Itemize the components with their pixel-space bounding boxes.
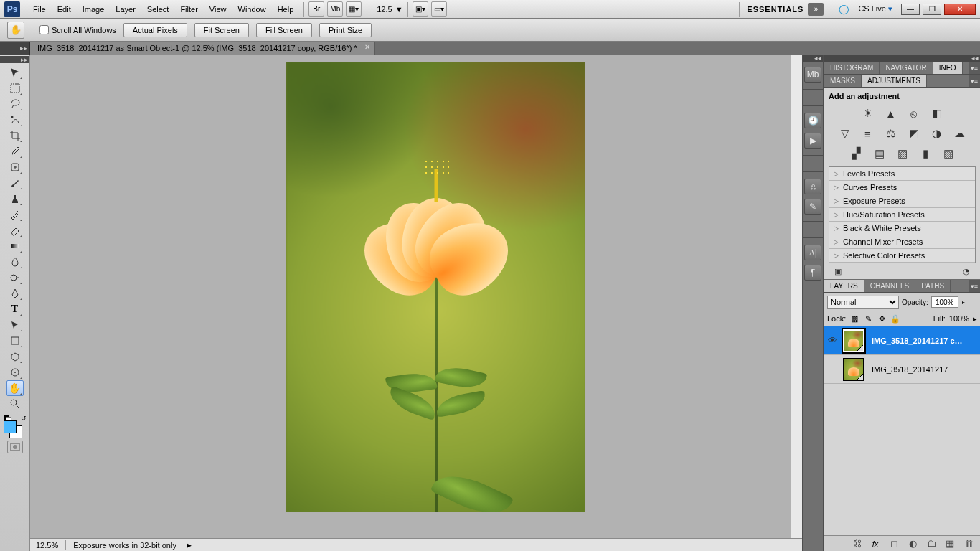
layer-style-icon[interactable]: fx bbox=[870, 538, 881, 550]
preset-item[interactable]: ▷Exposure Presets bbox=[829, 194, 975, 208]
vertical-scrollbar[interactable] bbox=[791, 55, 802, 538]
gradient-tool[interactable] bbox=[6, 238, 24, 254]
color-swatches[interactable]: ↺ bbox=[4, 415, 27, 436]
new-layer-icon[interactable]: ▦ bbox=[944, 538, 956, 550]
layer-name[interactable]: IMG_3518_20141217 bbox=[867, 365, 980, 374]
brush-panel-icon[interactable]: ✎ bbox=[804, 199, 821, 215]
color-balance-icon[interactable]: ⚖ bbox=[882, 126, 900, 141]
eraser-tool[interactable] bbox=[6, 222, 24, 238]
channel-mixer-icon[interactable]: ☁ bbox=[951, 126, 969, 141]
fit-screen-button[interactable]: Fit Screen bbox=[194, 23, 249, 37]
layer-thumbnail[interactable] bbox=[843, 329, 864, 352]
window-minimize-button[interactable]: — bbox=[901, 4, 920, 15]
dodge-tool[interactable] bbox=[6, 270, 24, 286]
tab-bar-expand-icon[interactable]: ▸▸ bbox=[0, 42, 30, 55]
invert-icon[interactable]: ▞ bbox=[848, 146, 865, 161]
launch-bridge-button[interactable]: Br bbox=[308, 1, 324, 17]
selective-color-icon[interactable]: ▧ bbox=[940, 146, 957, 161]
lock-all-icon[interactable]: 🔒 bbox=[890, 314, 900, 324]
adjustment-layer-icon[interactable]: ◐ bbox=[907, 538, 918, 550]
layer-group-icon[interactable]: 🗀 bbox=[925, 538, 937, 550]
threshold-icon[interactable]: ▨ bbox=[894, 146, 911, 161]
lock-transparent-icon[interactable]: ▩ bbox=[849, 314, 859, 324]
fill-value[interactable]: 100% bbox=[949, 314, 969, 323]
status-menu-icon[interactable]: ▶ bbox=[187, 542, 192, 549]
window-restore-button[interactable]: ❐ bbox=[923, 4, 941, 15]
clone-source-panel-icon[interactable]: ⎌ bbox=[804, 179, 821, 194]
close-tab-icon[interactable]: ✕ bbox=[364, 43, 370, 51]
preset-item[interactable]: ▷Black & White Presets bbox=[829, 222, 975, 235]
exposure-icon[interactable]: ◧ bbox=[928, 106, 946, 121]
panel-menu-icon[interactable]: ▾≡ bbox=[969, 75, 980, 87]
brush-tool[interactable] bbox=[6, 175, 24, 191]
scroll-all-windows-checkbox[interactable]: Scroll All Windows bbox=[39, 25, 116, 34]
preset-item[interactable]: ▷Channel Mixer Presets bbox=[829, 235, 975, 249]
document-tab[interactable]: IMG_3518_20141217 as Smart Object-1 @ 12… bbox=[30, 42, 375, 55]
layer-mask-icon[interactable]: ◻ bbox=[888, 538, 900, 550]
paragraph-panel-icon[interactable]: ¶ bbox=[804, 265, 821, 281]
vibrance-icon[interactable]: ▽ bbox=[837, 126, 854, 141]
preset-item[interactable]: ▷Hue/Saturation Presets bbox=[829, 208, 975, 222]
masks-tab[interactable]: MASKS bbox=[824, 75, 862, 87]
preset-item[interactable]: ▷Levels Presets bbox=[829, 167, 975, 181]
arrange-documents-button[interactable]: ▣▾ bbox=[413, 1, 428, 17]
quick-selection-tool[interactable] bbox=[6, 112, 24, 128]
layer-visibility-icon[interactable]: 👁 bbox=[824, 335, 840, 346]
move-tool[interactable] bbox=[6, 65, 24, 80]
window-close-button[interactable]: ✕ bbox=[944, 4, 976, 15]
menu-image[interactable]: Image bbox=[77, 2, 110, 17]
menu-edit[interactable]: Edit bbox=[52, 2, 77, 17]
menu-filter[interactable]: Filter bbox=[174, 2, 203, 17]
3d-tool[interactable] bbox=[6, 349, 24, 364]
paths-tab[interactable]: PATHS bbox=[915, 280, 951, 292]
hand-tool[interactable]: ✋ bbox=[6, 380, 24, 396]
canvas-area[interactable]: 12.5% Exposure works in 32-bit only ▶ bbox=[30, 55, 802, 551]
healing-brush-tool[interactable] bbox=[6, 159, 24, 175]
opacity-value[interactable]: 100% bbox=[931, 296, 958, 308]
history-panel-icon[interactable]: 🕘 bbox=[804, 113, 821, 128]
marquee-tool[interactable] bbox=[6, 80, 24, 96]
adjustment-toggle-icon[interactable]: ▣ bbox=[831, 266, 844, 276]
preset-item[interactable]: ▷Selective Color Presets bbox=[829, 249, 975, 263]
path-selection-tool[interactable] bbox=[6, 317, 24, 333]
lasso-tool[interactable] bbox=[6, 96, 24, 112]
fill-dropdown-icon[interactable]: ▸ bbox=[973, 314, 977, 324]
clone-stamp-tool[interactable] bbox=[6, 191, 24, 207]
swap-colors-icon[interactable]: ↺ bbox=[21, 415, 27, 422]
info-tab[interactable]: INFO bbox=[933, 62, 963, 74]
lock-position-icon[interactable]: ✥ bbox=[877, 314, 887, 324]
opacity-dropdown-icon[interactable]: ▸ bbox=[962, 299, 965, 306]
actual-pixels-button[interactable]: Actual Pixels bbox=[123, 23, 187, 37]
menu-view[interactable]: View bbox=[204, 2, 232, 17]
3d-camera-tool[interactable] bbox=[6, 364, 24, 380]
dock-collapse-icon[interactable]: ◂◂ bbox=[803, 55, 823, 62]
history-brush-tool[interactable] bbox=[6, 207, 24, 222]
pen-tool[interactable] bbox=[6, 286, 24, 301]
toolbox-collapse-icon[interactable]: ▸▸ bbox=[0, 56, 29, 63]
launch-minibridge-button[interactable]: Mb bbox=[327, 1, 343, 17]
panel-group-collapse-icon[interactable]: ◂◂ bbox=[824, 55, 980, 62]
panel-menu-icon[interactable]: ▾≡ bbox=[969, 62, 980, 74]
blur-tool[interactable] bbox=[6, 254, 24, 270]
adjustments-tab[interactable]: ADJUSTMENTS bbox=[862, 75, 927, 87]
photo-filter-icon[interactable]: ◑ bbox=[928, 126, 946, 141]
layer-thumbnail[interactable] bbox=[843, 358, 864, 381]
menu-window[interactable]: Window bbox=[232, 2, 272, 17]
gradient-map-icon[interactable]: ▮ bbox=[917, 146, 934, 161]
minibridge-panel-icon[interactable]: Mb bbox=[804, 67, 821, 83]
link-layers-icon[interactable]: ⛓ bbox=[851, 538, 862, 550]
fill-screen-button[interactable]: Fill Screen bbox=[256, 23, 312, 37]
print-size-button[interactable]: Print Size bbox=[319, 23, 372, 37]
blend-mode-select[interactable]: Normal bbox=[827, 296, 899, 309]
channels-tab[interactable]: CHANNELS bbox=[864, 280, 915, 292]
black-white-icon[interactable]: ◩ bbox=[905, 126, 923, 141]
menu-help[interactable]: Help bbox=[272, 2, 300, 17]
scroll-all-windows-input[interactable] bbox=[39, 25, 49, 34]
adjustment-clip-icon[interactable]: ◔ bbox=[960, 266, 973, 276]
screen-mode-button[interactable]: ▭▾ bbox=[431, 1, 447, 17]
histogram-tab[interactable]: HISTOGRAM bbox=[824, 62, 880, 74]
workspace-more-button[interactable]: » bbox=[808, 3, 824, 16]
crop-tool[interactable] bbox=[6, 128, 24, 143]
hue-saturation-icon[interactable]: ≡ bbox=[859, 126, 877, 141]
cslive-menu[interactable]: CS Live ▾ bbox=[858, 4, 892, 14]
